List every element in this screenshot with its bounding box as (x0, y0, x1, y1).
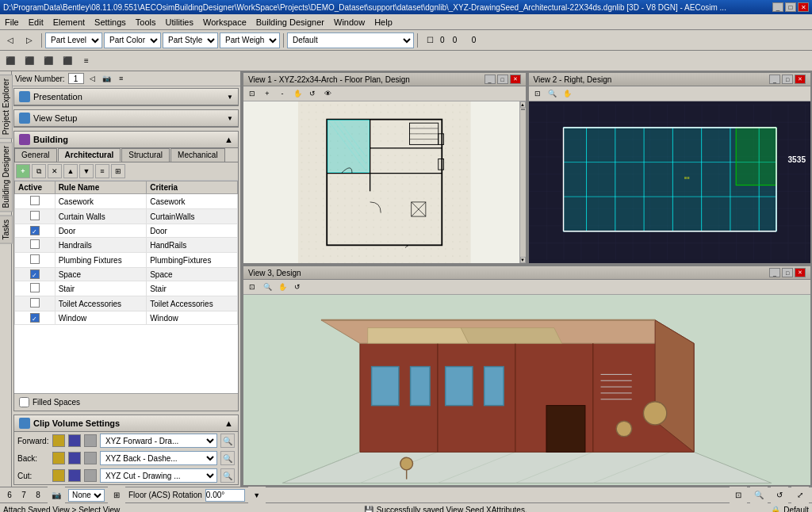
menu-tools[interactable]: Tools (131, 16, 161, 29)
list-view-button[interactable]: ≡ (95, 164, 109, 178)
view-tab-8[interactable]: 8 (32, 489, 44, 502)
view-number-input[interactable] (68, 73, 84, 84)
menu-file[interactable]: File (0, 16, 24, 29)
building-header[interactable]: Building ▲ (14, 132, 238, 148)
menu-element[interactable]: Element (48, 16, 90, 29)
toolbar-btn-2[interactable]: ▷ (21, 32, 38, 49)
table-row[interactable]: Casework Casework (15, 194, 238, 209)
table-row[interactable]: Stair Stair (15, 281, 238, 296)
clip-forward-mag-button[interactable]: 🔍 (220, 434, 235, 448)
rule-active-checkbox[interactable] (30, 254, 40, 264)
view1-scrollbar[interactable]: ▲ ▼ (519, 101, 526, 263)
v1-pan-button[interactable]: ✋ (290, 87, 304, 100)
sidebar-tab-project-explorer[interactable]: Project Explorer (0, 75, 13, 139)
v2-zoom-button[interactable]: 🔍 (546, 87, 560, 100)
table-row[interactable]: Curtain Walls CurtainWalls (15, 209, 238, 224)
clip-cut-select[interactable]: XYZ Cut - Drawing ... (100, 468, 217, 483)
t2-btn-5[interactable]: ≡ (78, 52, 95, 70)
camera-icon[interactable]: 📷 (48, 487, 65, 504)
v3-fit-button[interactable]: ⊡ (245, 281, 259, 293)
view3-max-button[interactable]: □ (782, 268, 793, 277)
toolbar-checkbox[interactable]: ☐ (421, 32, 439, 49)
table-row[interactable]: Space Space (15, 268, 238, 281)
copy-rule-button[interactable]: ⧉ (32, 164, 46, 178)
tool-1[interactable]: ⊡ (730, 487, 747, 504)
clip-forward-color3[interactable] (84, 434, 97, 447)
presentation-header[interactable]: Presentation ▼ (14, 89, 238, 105)
clip-cut-mag-button[interactable]: 🔍 (220, 468, 235, 483)
rule-active-checkbox[interactable] (30, 313, 40, 323)
clip-back-select[interactable]: XYZ Back - Dashe... (100, 451, 217, 465)
floor-rotation-input[interactable] (205, 489, 245, 502)
clip-back-color3[interactable] (84, 452, 97, 464)
minimize-button[interactable]: _ (772, 2, 783, 12)
menu-window[interactable]: Window (329, 16, 370, 29)
rule-active-checkbox[interactable] (30, 269, 40, 279)
clip-forward-color[interactable] (52, 434, 65, 447)
rule-active-checkbox[interactable] (30, 239, 40, 249)
view-cam-btn[interactable]: 📷 (102, 73, 113, 84)
tool-4[interactable]: ⤢ (791, 487, 809, 504)
clip-back-color[interactable] (52, 452, 65, 464)
tab-structural[interactable]: Structural (121, 148, 170, 162)
t2-btn-4[interactable]: ⬛ (59, 52, 76, 70)
v2-pan-button[interactable]: ✋ (561, 87, 575, 100)
view1-min-button[interactable]: _ (485, 75, 496, 84)
v3-pan-button[interactable]: ✋ (275, 281, 289, 293)
clip-cut-color[interactable] (52, 469, 65, 482)
rule-active-checkbox[interactable] (30, 211, 40, 220)
tool-3[interactable]: ↺ (771, 487, 788, 504)
clip-back-mag-button[interactable]: 🔍 (220, 451, 235, 465)
menu-settings[interactable]: Settings (90, 16, 131, 29)
view1-max-button[interactable]: □ (497, 75, 508, 84)
sidebar-tab-building-designer[interactable]: Building Designer (0, 142, 13, 212)
menu-building-designer[interactable]: Building Designer (251, 16, 329, 29)
menu-utilities[interactable]: Utilities (161, 16, 198, 29)
t2-btn-2[interactable]: ⬛ (21, 52, 38, 70)
move-down-button[interactable]: ▼ (79, 164, 94, 178)
menu-workspace[interactable]: Workspace (198, 16, 251, 29)
weight-select[interactable]: Part Weigh (220, 32, 280, 48)
view-list-btn[interactable]: ≡ (116, 73, 127, 84)
clip-back-color2[interactable] (68, 452, 81, 464)
menu-edit[interactable]: Edit (24, 16, 48, 29)
t2-btn-3[interactable]: ⬛ (40, 52, 57, 70)
view2-close-button[interactable]: ✕ (795, 75, 806, 84)
view-none-select[interactable]: None (68, 489, 105, 502)
clip-cut-color2[interactable] (68, 469, 81, 482)
close-button[interactable]: ✕ (798, 2, 809, 12)
view-tab-7[interactable]: 7 (17, 489, 30, 502)
menu-help[interactable]: Help (370, 16, 397, 29)
toolbar-num2[interactable]: 0 (446, 32, 464, 49)
rule-active-checkbox[interactable] (30, 283, 40, 292)
color-select[interactable]: Part Color (104, 32, 161, 48)
clip-forward-color2[interactable] (68, 434, 81, 447)
v3-rotate-button[interactable]: ↺ (290, 281, 304, 293)
level-icon[interactable]: ⊞ (108, 487, 125, 504)
t2-btn-1[interactable]: ⬛ (2, 52, 19, 70)
tab-general[interactable]: General (14, 148, 57, 162)
style-select[interactable]: Part Style (163, 32, 218, 48)
view-tab-6[interactable]: 6 (3, 489, 16, 502)
view2-max-button[interactable]: □ (782, 75, 793, 84)
v1-zoom-in-button[interactable]: + (260, 87, 274, 100)
view2-min-button[interactable]: _ (769, 75, 780, 84)
toolbar-num3[interactable]: 0 (465, 32, 483, 49)
delete-rule-button[interactable]: ✕ (48, 164, 62, 178)
v3-zoom-button[interactable]: 🔍 (260, 281, 274, 293)
default-select[interactable]: Default (287, 32, 414, 48)
v1-view-btn[interactable]: 👁 (320, 87, 335, 100)
table-row[interactable]: Plumbing Fixtures PlumbingFixtures (15, 253, 238, 268)
move-up-button[interactable]: ▲ (63, 164, 78, 178)
v1-zoom-out-button[interactable]: - (275, 87, 289, 100)
rule-active-checkbox[interactable] (30, 298, 40, 308)
view-setup-header[interactable]: View Setup ▼ (14, 110, 238, 127)
v1-scroll-down[interactable]: ▼ (520, 257, 526, 263)
toolbar-btn-1[interactable]: ◁ (2, 32, 19, 49)
view3-close-button[interactable]: ✕ (795, 268, 806, 277)
view1-close-button[interactable]: ✕ (510, 75, 521, 84)
clip-forward-select[interactable]: XYZ Forward - Dra... (100, 434, 217, 448)
table-row[interactable]: Toilet Accessories Toilet Accessories (15, 296, 238, 311)
tab-mechanical[interactable]: Mechanical (170, 148, 225, 162)
rule-active-checkbox[interactable] (30, 226, 40, 235)
